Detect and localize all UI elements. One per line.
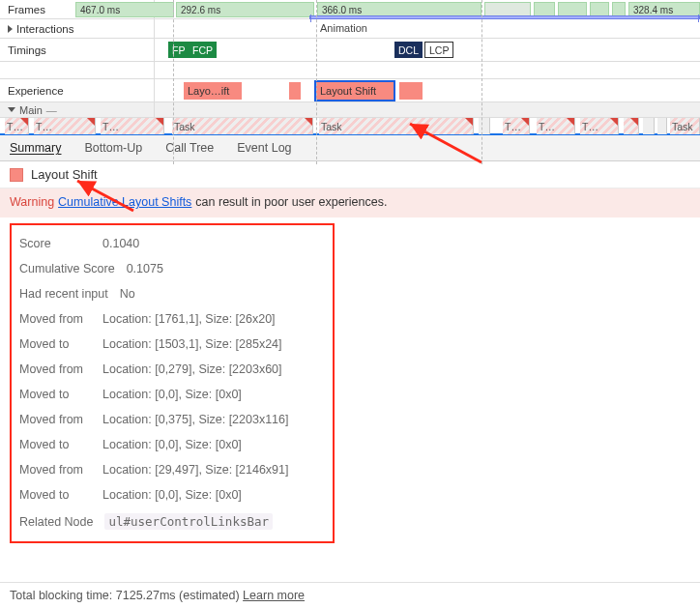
task-block[interactable]: T…: [5, 118, 29, 134]
moved-from-label: Moved from: [19, 413, 91, 426]
layout-shift-block[interactable]: Layo…ift: [184, 82, 242, 100]
related-node-value[interactable]: ul#userControlLinksBar: [104, 513, 273, 530]
collapse-icon[interactable]: [8, 107, 15, 112]
timings-track: Timings FP FCP DCL LCP: [0, 39, 700, 62]
layout-shift-swatch-icon: [10, 168, 23, 182]
details-tabs: Summary Bottom-Up Call Tree Event Log: [0, 135, 700, 161]
task-block[interactable]: T…: [34, 118, 96, 134]
main-track: Main —: [0, 102, 700, 118]
experience-track: Experience Layo…ift Layout Shift: [0, 79, 700, 102]
task-block[interactable]: Task: [172, 118, 313, 134]
interactions-label: Interactions: [0, 19, 155, 38]
moved-from-value: Location: [1761,1], Size: [26x20]: [102, 312, 276, 326]
details-panel: Score0.1040 Cumulative Score0.1075 Had r…: [10, 223, 335, 543]
task-block[interactable]: T…: [580, 118, 619, 134]
lcp-badge[interactable]: LCP: [424, 42, 453, 58]
timings-label: Timings: [0, 39, 155, 61]
task-block[interactable]: [657, 118, 667, 134]
task-block[interactable]: T…: [537, 118, 575, 134]
spacer-track: [0, 62, 700, 79]
moved-to-value: Location: [0,0], Size: [0x0]: [102, 438, 242, 451]
tasks-track: T… T… T… Task Task T… T… T… Task: [0, 118, 700, 135]
related-node-label: Related Node: [19, 515, 93, 529]
moved-to-label: Moved to: [19, 488, 91, 502]
blocking-time-text: Total blocking time: 7125.27ms (estimate…: [10, 589, 240, 602]
moved-to-label: Moved to: [19, 438, 91, 451]
moved-to-value: Location: [0,0], Size: [0x0]: [102, 488, 242, 502]
tab-summary[interactable]: Summary: [10, 141, 61, 155]
moved-from-value: Location: [29,497], Size: [2146x91]: [102, 463, 289, 477]
recent-input-value: No: [120, 287, 135, 301]
animation-bar[interactable]: [309, 15, 700, 19]
tab-bottom-up[interactable]: Bottom-Up: [84, 141, 142, 155]
warning-rest: can result in poor user experiences.: [195, 194, 387, 212]
dcl-badge[interactable]: DCL: [394, 42, 423, 58]
moved-from-label: Moved from: [19, 463, 91, 477]
task-block[interactable]: [643, 118, 655, 134]
layout-shift-block[interactable]: [399, 82, 423, 100]
learn-more-link[interactable]: Learn more: [243, 589, 305, 602]
task-block[interactable]: Task: [670, 118, 700, 134]
cumulative-score-label: Cumulative Score: [19, 262, 115, 275]
moved-from-value: Location: [0,375], Size: [2203x116]: [102, 413, 289, 426]
fcp-badge[interactable]: FCP: [189, 42, 217, 58]
experience-label: Experience: [0, 79, 155, 101]
footer: Total blocking time: 7125.27ms (estimate…: [0, 582, 700, 608]
moved-to-label: Moved to: [19, 337, 91, 351]
layout-shift-block[interactable]: [289, 82, 301, 100]
moved-from-label: Moved from: [19, 312, 91, 326]
task-block[interactable]: T…: [101, 118, 164, 134]
task-block[interactable]: T…: [503, 118, 530, 134]
fp-badge[interactable]: FP: [168, 42, 189, 58]
warning-label: Warning: [10, 194, 54, 212]
moved-from-value: Location: [0,279], Size: [2203x60]: [102, 362, 282, 376]
animation-label: Animation: [317, 22, 370, 36]
frame-block[interactable]: 292.6 ms: [176, 2, 314, 17]
moved-to-value: Location: [1503,1], Size: [285x24]: [102, 337, 282, 351]
layout-shift-block-selected[interactable]: Layout Shift: [316, 82, 394, 100]
recent-input-label: Had recent input: [19, 287, 108, 301]
task-block[interactable]: Task: [319, 118, 474, 134]
tab-event-log[interactable]: Event Log: [237, 141, 291, 155]
panel-title: Layout Shift: [0, 161, 700, 188]
moved-to-value: Location: [0,0], Size: [0x0]: [102, 388, 242, 401]
task-block[interactable]: [479, 118, 490, 134]
warning-link[interactable]: Cumulative Layout Shifts: [58, 194, 191, 212]
moved-from-label: Moved from: [19, 362, 91, 376]
moved-to-label: Moved to: [19, 388, 91, 401]
expander-icon[interactable]: [8, 25, 13, 33]
interactions-track: Interactions Animation: [0, 19, 700, 39]
cumulative-score-value: 0.1075: [127, 262, 163, 275]
frame-block[interactable]: 467.0 ms: [75, 2, 174, 17]
warning-bar: Warning Cumulative Layout Shifts can res…: [0, 188, 700, 217]
task-block[interactable]: [624, 118, 639, 134]
score-label: Score: [19, 237, 91, 250]
score-value: 0.1040: [102, 237, 139, 250]
